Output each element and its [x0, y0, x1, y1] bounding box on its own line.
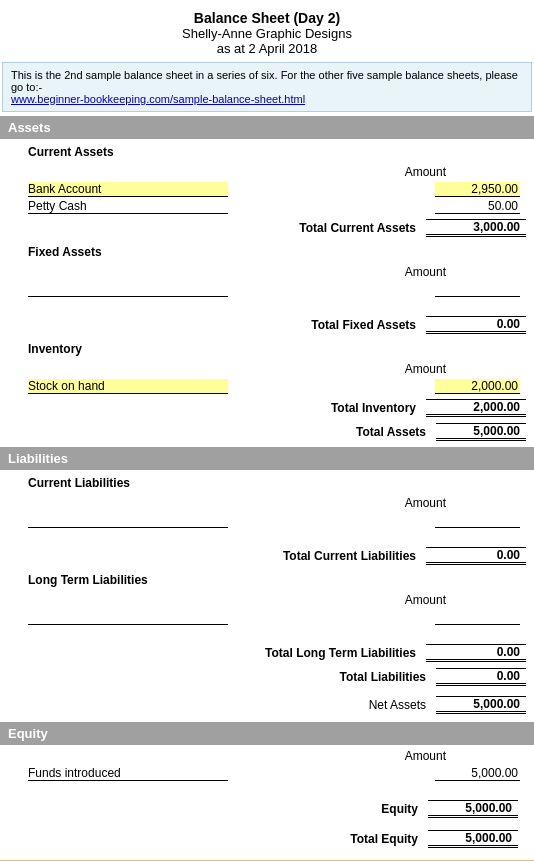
current-assets-title: Current Assets	[8, 139, 526, 161]
total-fixed-assets-label: Total Fixed Assets	[311, 318, 416, 332]
current-liabilities-amount-header: Amount	[8, 492, 526, 512]
equity-amount-header: Amount	[8, 745, 526, 765]
funds-introduced-label: Funds introduced	[28, 766, 228, 781]
total-inventory-label: Total Inventory	[331, 401, 416, 415]
assets-section-header: Assets	[0, 116, 534, 139]
total-long-term-liabilities-label: Total Long Term Liabilities	[265, 646, 416, 660]
fixed-assets-spacer	[8, 298, 526, 312]
total-liabilities-label: Total Liabilities	[340, 670, 426, 684]
net-assets-row: Net Assets 5,000.00	[0, 692, 534, 716]
petty-cash-value: 50.00	[435, 199, 520, 214]
long-term-liability-line-1	[8, 609, 526, 626]
long-term-liabilities-spacer	[8, 626, 526, 640]
stock-on-hand-value: 2,000.00	[435, 379, 520, 394]
assets-content: Current Assets Amount Bank Account 2,950…	[0, 139, 534, 419]
equity-total-row: Equity 5,000.00	[8, 796, 526, 820]
total-assets-label: Total Assets	[356, 425, 426, 439]
bank-account-row: Bank Account 2,950.00	[8, 181, 526, 198]
long-term-liabilities-amount-header: Amount	[8, 589, 526, 609]
petty-cash-row: Petty Cash 50.00	[8, 198, 526, 215]
fixed-assets-title: Fixed Assets	[8, 239, 526, 261]
inventory-title: Inventory	[8, 336, 526, 358]
total-equity-value: 5,000.00	[428, 830, 518, 848]
info-link[interactable]: www.beginner-bookkeeping.com/sample-bala…	[11, 93, 305, 105]
liabilities-section-header: Liabilities	[0, 447, 534, 470]
total-current-liabilities-value: 0.00	[426, 547, 526, 565]
total-inventory-row: Total Inventory 2,000.00	[8, 395, 526, 419]
fixed-assets-amount-header: Amount	[8, 261, 526, 281]
page-title: Balance Sheet (Day 2)	[0, 10, 534, 26]
total-assets-value: 5,000.00	[436, 423, 526, 441]
total-long-term-liabilities-row: Total Long Term Liabilities 0.00	[8, 640, 526, 664]
total-fixed-assets-row: Total Fixed Assets 0.00	[8, 312, 526, 336]
stock-on-hand-label: Stock on hand	[28, 379, 228, 394]
total-fixed-assets-value: 0.00	[426, 316, 526, 334]
fixed-asset-line-1	[8, 281, 526, 298]
total-inventory-value: 2,000.00	[426, 399, 526, 417]
total-current-assets-row: Total Current Assets 3,000.00	[8, 215, 526, 239]
total-long-term-liabilities-value: 0.00	[426, 644, 526, 662]
equity-spacer	[8, 782, 526, 796]
funds-introduced-row: Funds introduced 5,000.00	[8, 765, 526, 782]
net-assets-value: 5,000.00	[436, 696, 526, 714]
equity-total-label: Equity	[381, 802, 418, 816]
current-assets-amount-header: Amount	[8, 161, 526, 181]
equity-section-header: Equity	[0, 722, 534, 745]
total-equity-label: Total Equity	[350, 832, 418, 846]
current-liability-line-1	[8, 512, 526, 529]
total-liabilities-value: 0.00	[436, 668, 526, 686]
total-current-assets-label: Total Current Assets	[299, 221, 416, 235]
long-term-liabilities-title: Long Term Liabilities	[8, 567, 526, 589]
date: as at 2 April 2018	[0, 41, 534, 56]
info-text: This is the 2nd sample balance sheet in …	[11, 69, 518, 93]
equity-total-value: 5,000.00	[428, 800, 518, 818]
funds-introduced-value: 5,000.00	[435, 766, 520, 781]
total-assets-row: Total Assets 5,000.00	[0, 419, 534, 443]
header: Balance Sheet (Day 2) Shelly-Anne Graphi…	[0, 0, 534, 62]
liabilities-content: Current Liabilities Amount Total Current…	[0, 470, 534, 664]
inventory-amount-header: Amount	[8, 358, 526, 378]
total-liabilities-row: Total Liabilities 0.00	[0, 664, 534, 688]
stock-on-hand-row: Stock on hand 2,000.00	[8, 378, 526, 395]
total-current-liabilities-label: Total Current Liabilities	[283, 549, 416, 563]
info-banner: This is the 2nd sample balance sheet in …	[2, 62, 532, 112]
petty-cash-label: Petty Cash	[28, 199, 228, 214]
total-current-liabilities-row: Total Current Liabilities 0.00	[8, 543, 526, 567]
equity-content: Amount Funds introduced 5,000.00 Equity …	[0, 745, 534, 850]
current-liabilities-title: Current Liabilities	[8, 470, 526, 492]
current-liabilities-spacer	[8, 529, 526, 543]
subtitle: Shelly-Anne Graphic Designs	[0, 26, 534, 41]
total-current-assets-value: 3,000.00	[426, 219, 526, 237]
bank-account-label: Bank Account	[28, 182, 228, 197]
total-equity-row: Total Equity 5,000.00	[8, 826, 526, 850]
net-assets-label: Net Assets	[369, 698, 426, 712]
bank-account-value: 2,950.00	[435, 182, 520, 197]
